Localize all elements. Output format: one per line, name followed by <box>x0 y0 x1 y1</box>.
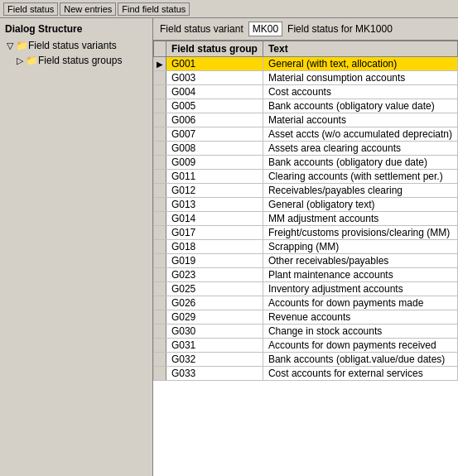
row-selector <box>154 113 166 127</box>
cell-text: Plant maintenance accounts <box>263 268 457 282</box>
main-container: Dialog Structure ▽ 📁 Field status varian… <box>0 18 458 476</box>
cell-text: Bank accounts (obligat.value/due dates) <box>263 353 457 367</box>
row-selector <box>154 254 166 268</box>
row-selector <box>154 310 166 325</box>
cell-group-id: G008 <box>166 142 263 156</box>
row-selector <box>154 198 166 212</box>
cell-text: Inventory adjustment accounts <box>263 282 457 296</box>
cell-group-id: G009 <box>166 156 263 170</box>
cell-group-id: G032 <box>166 353 263 367</box>
table-row[interactable]: G003Material consumption accounts <box>154 71 458 85</box>
table-row[interactable]: G005Bank accounts (obligatory value date… <box>154 99 458 113</box>
cell-text: Material accounts <box>263 113 457 127</box>
folder-icon-2: 📁 <box>26 55 38 66</box>
cell-text: Material consumption accounts <box>263 71 457 85</box>
cell-text: General (with text, allocation) <box>263 57 457 71</box>
row-selector <box>154 99 166 113</box>
expand-icon-2: ▷ <box>17 55 23 66</box>
cell-group-id: G003 <box>166 71 263 85</box>
new-entries-button[interactable]: New entries <box>60 2 116 16</box>
expand-icon: ▽ <box>7 41 13 51</box>
row-selector <box>154 142 166 156</box>
table-row[interactable]: G004Cost accounts <box>154 85 458 99</box>
table-row[interactable]: G013General (obligatory text) <box>154 198 458 212</box>
table-row[interactable]: G033Cost accounts for external services <box>154 367 458 381</box>
row-selector <box>154 325 166 339</box>
cell-group-id: G023 <box>166 268 263 282</box>
table-row[interactable]: G025Inventory adjustment accounts <box>154 282 458 296</box>
cell-text: Cost accounts for external services <box>263 367 457 381</box>
table-row[interactable]: G030Change in stock accounts <box>154 325 458 339</box>
field-status-header: Field status variant MK00 Field status f… <box>153 18 458 41</box>
cell-group-id: G014 <box>166 212 263 226</box>
table-row[interactable]: G012Receivables/payables clearing <box>154 184 458 198</box>
row-selector <box>154 71 166 85</box>
table-row[interactable]: G007Asset accts (w/o accumulated depreci… <box>154 127 458 142</box>
field-status-variants-label: Field status variants <box>28 40 117 51</box>
right-panel: Field status variant MK00 Field status f… <box>153 18 458 476</box>
cell-text: Accounts for down payments made <box>263 296 457 310</box>
cell-text: General (obligatory text) <box>263 198 457 212</box>
table-row[interactable]: G017Freight/customs provisions/clearing … <box>154 226 458 240</box>
row-selector <box>154 240 166 254</box>
tree-item-field-status-variants[interactable]: ▽ 📁 Field status variants <box>0 38 152 53</box>
cell-text: Cost accounts <box>263 85 457 99</box>
selector-col-header <box>154 41 166 57</box>
cell-text: Receivables/payables clearing <box>263 184 457 198</box>
field-status-button[interactable]: Field status <box>3 2 58 16</box>
table-row[interactable]: G031Accounts for down payments received <box>154 339 458 353</box>
cell-text: Freight/customs provisions/clearing (MM) <box>263 226 457 240</box>
row-selector <box>154 170 166 184</box>
cell-group-id: G011 <box>166 170 263 184</box>
table-row[interactable]: G008Assets area clearing accounts <box>154 142 458 156</box>
row-selector <box>154 296 166 310</box>
cell-group-id: G033 <box>166 367 263 381</box>
cell-text: Revenue accounts <box>263 310 457 325</box>
dialog-structure-title: Dialog Structure <box>0 22 152 38</box>
cell-group-id: G004 <box>166 85 263 99</box>
cell-group-id: G031 <box>166 339 263 353</box>
variant-value: MK00 <box>248 22 282 36</box>
cell-group-id: G005 <box>166 99 263 113</box>
field-status-table: Field status group Text ▶G001General (wi… <box>153 41 458 381</box>
table-row[interactable]: ▶G001General (with text, allocation) <box>154 57 458 71</box>
cell-group-id: G018 <box>166 240 263 254</box>
table-row[interactable]: G032Bank accounts (obligat.value/due dat… <box>154 353 458 367</box>
table-row[interactable]: G011Clearing accounts (with settlement p… <box>154 170 458 184</box>
row-selector <box>154 184 166 198</box>
row-selector <box>154 268 166 282</box>
row-selector <box>154 85 166 99</box>
cell-text: Other receivables/payables <box>263 254 457 268</box>
folder-icon: 📁 <box>16 40 28 51</box>
cell-group-id: G017 <box>166 226 263 240</box>
tree-item-field-status-groups[interactable]: ▷ 📁 Field status groups <box>0 53 152 68</box>
row-selector <box>154 226 166 240</box>
row-selector <box>154 282 166 296</box>
table-row[interactable]: G023Plant maintenance accounts <box>154 268 458 282</box>
cell-text: Scrapping (MM) <box>263 240 457 254</box>
cell-group-id: G006 <box>166 113 263 127</box>
table-row[interactable]: G018Scrapping (MM) <box>154 240 458 254</box>
table-row[interactable]: G026Accounts for down payments made <box>154 296 458 310</box>
variant-label: Field status variant <box>160 23 243 35</box>
status-label: Field status for MK1000 <box>287 23 393 35</box>
col-header-group: Field status group <box>166 41 263 57</box>
cell-group-id: G001 <box>166 57 263 71</box>
table-container[interactable]: Field status group Text ▶G001General (wi… <box>153 41 458 476</box>
find-field-status-button[interactable]: Find field status <box>118 2 190 16</box>
toolbar: Field status New entries Find field stat… <box>0 0 458 18</box>
cell-text: MM adjustment accounts <box>263 212 457 226</box>
table-row[interactable]: G014MM adjustment accounts <box>154 212 458 226</box>
table-row[interactable]: G029Revenue accounts <box>154 310 458 325</box>
row-selector: ▶ <box>154 57 166 71</box>
table-row[interactable]: G019Other receivables/payables <box>154 254 458 268</box>
cell-text: Clearing accounts (with settlement per.) <box>263 170 457 184</box>
row-selector <box>154 339 166 353</box>
cell-group-id: G025 <box>166 282 263 296</box>
cell-group-id: G007 <box>166 127 263 142</box>
row-selector <box>154 127 166 142</box>
cell-text: Bank accounts (obligatory value date) <box>263 99 457 113</box>
table-row[interactable]: G009Bank accounts (obligatory due date) <box>154 156 458 170</box>
cell-group-id: G019 <box>166 254 263 268</box>
table-row[interactable]: G006Material accounts <box>154 113 458 127</box>
